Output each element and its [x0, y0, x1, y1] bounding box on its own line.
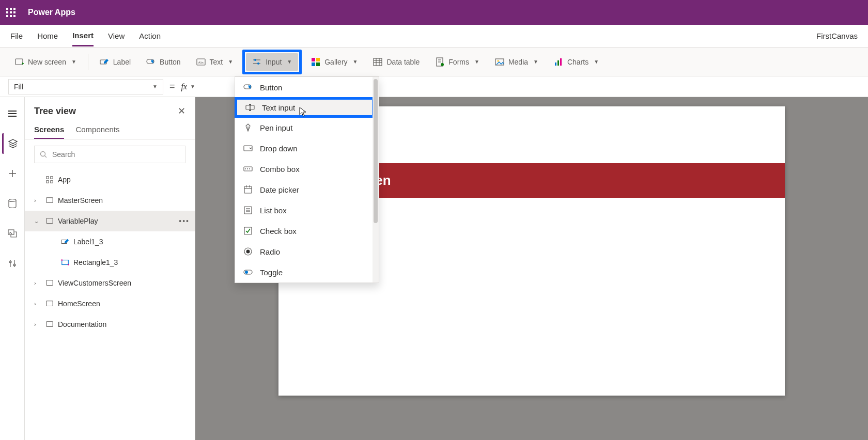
ribbon-item-label: Input — [266, 58, 282, 66]
tree-node-rectangle1-3[interactable]: Rectangle1_3 — [25, 252, 195, 273]
tree-node-app[interactable]: App — [25, 169, 195, 190]
tree-search[interactable] — [34, 146, 185, 163]
label-edit-icon — [100, 57, 109, 67]
chart-bars-icon — [554, 57, 563, 67]
menu-tab-action[interactable]: Action — [139, 26, 161, 45]
svg-point-23 — [497, 60, 499, 61]
tree-node-label: HomeScreen — [58, 300, 100, 308]
property-selector-value: Fill — [14, 83, 23, 91]
rectangle-shape-icon — [61, 258, 69, 266]
scrollbar-thumb[interactable] — [374, 79, 378, 223]
dropdown-item-label: Combo box — [260, 165, 300, 174]
menu-tab-view[interactable]: View — [108, 26, 125, 45]
tree-node-viewcustomersscreen[interactable]: ›ViewCustomersScreen — [25, 273, 195, 293]
svg-point-8 — [257, 62, 259, 65]
expand-toggle[interactable]: › — [34, 301, 41, 307]
text-input-icon — [245, 103, 255, 112]
dropdown-scrollbar[interactable] — [373, 77, 379, 282]
formula-bar: Fill ▼ = fx ▼ — [0, 76, 868, 97]
menu-tab-file[interactable]: File — [10, 26, 23, 45]
calendar-icon — [243, 185, 253, 194]
combo-box-icon — [243, 164, 253, 174]
dropdown-item-date-picker[interactable]: Date picker — [235, 179, 379, 200]
cursor-icon — [299, 107, 306, 117]
dropdown-item-radio[interactable]: Radio — [235, 241, 379, 262]
expand-toggle[interactable]: › — [34, 321, 41, 327]
tree-node-label: ViewCustomersScreen — [58, 279, 131, 287]
hamburger-icon — [8, 111, 17, 117]
ribbon-text[interactable]: AbcText▼ — [190, 53, 240, 71]
app-grid-icon — [45, 176, 54, 184]
tree-node-homescreen[interactable]: ›HomeScreen — [25, 293, 195, 314]
tree-search-input[interactable] — [51, 150, 180, 159]
svg-point-68 — [246, 250, 250, 254]
ribbon-button[interactable]: Button — [140, 53, 187, 71]
dropdown-item-label: Toggle — [260, 268, 283, 277]
ribbon-input[interactable]: Input▼ — [246, 53, 298, 71]
screen-box-icon — [45, 279, 54, 287]
tree-node-documentation[interactable]: ›Documentation — [25, 314, 195, 335]
text-abc-icon: Abc — [196, 57, 206, 67]
dropdown-item-combo-box[interactable]: Combo box — [235, 159, 379, 179]
ribbon-media[interactable]: Media▼ — [489, 53, 545, 71]
svg-rect-33 — [47, 177, 49, 179]
more-options-icon[interactable]: ••• — [179, 217, 190, 225]
dropdown-item-button[interactable]: Button — [235, 77, 379, 98]
ribbon-charts[interactable]: Charts▼ — [548, 53, 605, 71]
checkbox-icon — [243, 226, 253, 235]
expand-toggle[interactable]: › — [34, 197, 41, 203]
chevron-down-icon: ▼ — [152, 84, 158, 89]
ribbon-data-table[interactable]: Data table — [367, 53, 426, 71]
tools-icon — [8, 259, 17, 268]
dropdown-item-drop-down[interactable]: Drop down — [235, 138, 379, 159]
tree-tab-components[interactable]: Components — [75, 121, 119, 139]
ribbon-new-screen[interactable]: New screen▼ — [8, 53, 83, 71]
property-selector[interactable]: Fill ▼ — [8, 79, 163, 95]
svg-rect-44 — [47, 301, 53, 306]
ribbon-gallery[interactable]: Gallery▼ — [305, 53, 364, 71]
dropdown-item-list-box[interactable]: List box — [235, 200, 379, 221]
rail-hamburger[interactable] — [2, 103, 23, 124]
app-name-label: FirstCanvas — [816, 32, 858, 40]
svg-rect-9 — [312, 58, 315, 61]
svg-point-51 — [247, 127, 249, 128]
tree-node-label1-3[interactable]: Label1_3 — [25, 231, 195, 252]
svg-point-70 — [245, 271, 248, 274]
dropdown-item-label: Pen input — [260, 123, 292, 132]
ribbon-forms[interactable]: Forms▼ — [429, 53, 486, 71]
layers-icon — [8, 139, 18, 148]
expand-toggle[interactable]: ⌄ — [34, 218, 41, 225]
menu-tab-home[interactable]: Home — [37, 26, 58, 45]
fx-button[interactable]: fx ▼ — [181, 82, 195, 91]
tree-node-variableplay[interactable]: ⌄VariablePlay••• — [25, 211, 195, 231]
chevron-down-icon: ▼ — [353, 59, 358, 65]
dropdown-item-check-box[interactable]: Check box — [235, 221, 379, 241]
rail-media[interactable] — [2, 223, 23, 244]
rail-data[interactable] — [2, 193, 23, 214]
dropdown-item-toggle[interactable]: Toggle — [235, 262, 379, 282]
chevron-down-icon: ▼ — [594, 59, 599, 65]
svg-rect-13 — [374, 58, 382, 66]
tree-view-title: Tree view — [34, 106, 76, 117]
media-icon — [8, 229, 17, 238]
app-launcher-icon[interactable] — [6, 8, 16, 17]
search-icon — [40, 151, 47, 158]
rail-tree-view[interactable] — [2, 133, 23, 154]
dropdown-box-icon — [243, 144, 253, 153]
ribbon-item-label: New screen — [28, 58, 66, 66]
dropdown-item-label: Drop down — [260, 144, 298, 153]
ribbon-item-label: Text — [210, 58, 223, 66]
expand-toggle[interactable]: › — [34, 280, 41, 286]
ribbon-label[interactable]: Label — [94, 53, 137, 71]
menu-tab-insert[interactable]: Insert — [72, 26, 94, 46]
dropdown-item-pen-input[interactable]: Pen input — [235, 117, 379, 138]
ribbon-item-label: Forms — [448, 58, 469, 66]
tree-tab-screens[interactable]: Screens — [34, 121, 64, 139]
close-icon[interactable]: ✕ — [178, 105, 185, 117]
svg-line-32 — [45, 156, 47, 158]
rail-insert[interactable] — [2, 163, 23, 184]
ribbon-item-label: Label — [113, 58, 131, 66]
rail-advanced-tools[interactable] — [2, 253, 23, 274]
svg-point-57 — [249, 168, 250, 169]
tree-node-masterscreen[interactable]: ›MasterScreen — [25, 190, 195, 211]
